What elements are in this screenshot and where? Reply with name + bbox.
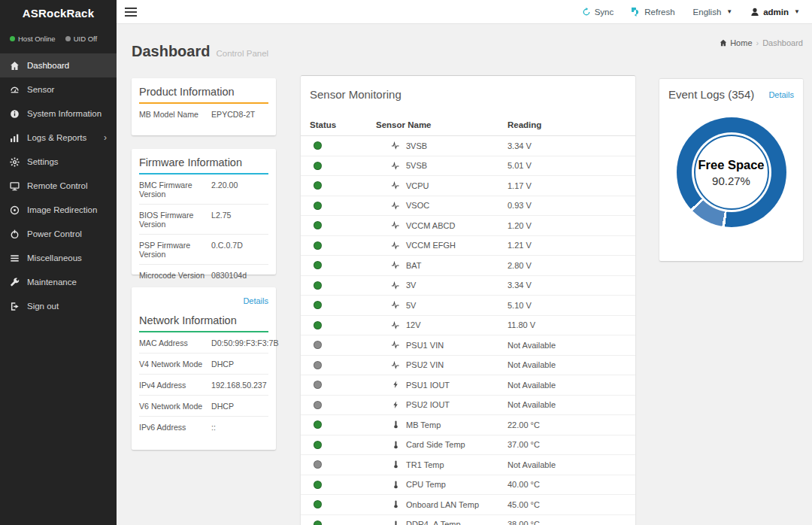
breadcrumb: Home › Dashboard	[720, 38, 803, 47]
voltage-icon	[391, 202, 400, 210]
sidebar-item-logs-reports[interactable]: Logs & Reports ›	[0, 126, 117, 150]
sensor-row-mb-temp[interactable]: MB Temp 22.00 °C	[301, 415, 635, 435]
sensor-row-card-side-temp[interactable]: Card Side Temp 37.00 °C	[301, 435, 635, 456]
page-subtitle: Control Panel	[216, 49, 268, 58]
info-row-ipv4-address: IPv4 Address 192.168.50.237	[139, 375, 268, 396]
sensor-row-psu1-vin[interactable]: PSU1 VIN Not Available	[301, 335, 635, 356]
sidebar-item-remote-control[interactable]: Remote Control	[0, 174, 117, 198]
status-dot-icon	[314, 181, 322, 190]
sign-out-icon	[9, 302, 20, 311]
product-information-card: Product Information MB Model Name EPYCD8…	[132, 78, 276, 135]
sidebar-item-settings[interactable]: Settings	[0, 150, 117, 174]
sensor-row-cpu-temp[interactable]: CPU Temp 40.00 °C	[301, 475, 635, 496]
voltage-icon	[391, 281, 400, 290]
event-logs-card: Event Logs (354) Details Free Space 90.2…	[659, 78, 803, 261]
donut-center: Free Space 90.27%	[692, 132, 771, 212]
sensor-monitoring-card: Sensor Monitoring Status Sensor Name Rea…	[301, 75, 635, 525]
voltage-icon	[391, 221, 400, 229]
sensor-row-ddr4-a-temp[interactable]: DDR4_A Temp 38.00 °C	[301, 515, 635, 525]
network-details-link[interactable]: Details	[243, 296, 268, 305]
status-dot-icon	[314, 141, 322, 150]
sidebar-item-dashboard[interactable]: Dashboard	[0, 53, 117, 77]
sensor-row-onboard-lan-temp[interactable]: Onboard LAN Temp 45.00 °C	[301, 495, 635, 515]
sidebar-item-maintenance[interactable]: Maintenance	[0, 270, 117, 294]
sensor-row-vccm-abcd[interactable]: VCCM ABCD 1.20 V	[301, 216, 635, 236]
firmware-information-title: Firmware Information	[139, 156, 268, 174]
breadcrumb-home-link[interactable]: Home	[720, 38, 752, 47]
info-row-microcode-version: Microcode Version 0830104d	[139, 265, 268, 285]
status-dot-icon	[314, 460, 322, 469]
sensor-row-vsoc[interactable]: VSOC 0.93 V	[301, 196, 635, 217]
current-icon	[391, 401, 400, 409]
network-information-title: Network Information	[139, 314, 268, 332]
event-logs-title: Event Logs (354)	[668, 88, 754, 101]
voltage-icon	[391, 181, 400, 190]
chevron-right-icon: ›	[104, 133, 107, 142]
event-logs-details-link[interactable]: Details	[768, 90, 794, 99]
status-dot-icon	[314, 420, 322, 429]
breadcrumb-current: Dashboard	[762, 38, 803, 47]
status-dot-icon	[314, 241, 322, 250]
info-row-v4-network-mode: V4 Network Mode DHCP	[139, 354, 268, 375]
status-dot-icon	[314, 281, 322, 290]
temperature-icon	[391, 460, 400, 469]
temperature-icon	[391, 420, 400, 429]
status-dot-icon	[10, 36, 15, 41]
info-row-v6-network-mode: V6 Network Mode DHCP	[139, 396, 268, 417]
sensor-row-vccm-efgh[interactable]: VCCM EFGH 1.21 V	[301, 236, 635, 256]
refresh-button[interactable]: Refresh	[632, 8, 674, 17]
sensor-row-psu1-iout[interactable]: PSU1 IOUT Not Available	[301, 375, 635, 396]
info-row-bios-firmware-version: BIOS Firmware Version L2.75	[139, 205, 268, 235]
chevron-down-icon: ▼	[794, 8, 800, 15]
event-log-donut-chart: Free Space 90.27%	[677, 117, 786, 227]
column-reading: Reading	[508, 120, 626, 129]
gauge-icon	[9, 85, 20, 95]
sidebar-item-miscellaneous[interactable]: Miscellaneous	[0, 246, 117, 270]
voltage-icon	[391, 162, 400, 170]
sensor-row-psu2-iout[interactable]: PSU2 IOUT Not Available	[301, 396, 635, 416]
status-dot-icon	[314, 202, 322, 210]
status-dot-icon	[314, 381, 322, 389]
language-dropdown[interactable]: English ▼	[693, 8, 733, 17]
sensor-row-5v[interactable]: 5V 5.10 V	[301, 296, 635, 316]
sensor-row-vcpu[interactable]: VCPU 1.17 V	[301, 176, 635, 196]
status-dot-icon	[314, 520, 322, 525]
sensor-row-5vsb[interactable]: 5VSB 5.01 V	[301, 156, 635, 177]
user-menu[interactable]: admin ▼	[750, 8, 800, 17]
power-icon	[9, 229, 20, 239]
donut-center-value: 90.27%	[712, 174, 750, 187]
sidebar: ASRockRack Host Online UID Off Dashboard…	[0, 0, 117, 525]
status-dot-icon	[314, 341, 322, 349]
sync-icon	[582, 8, 591, 17]
sensor-row-psu2-vin[interactable]: PSU2 VIN Not Available	[301, 356, 635, 376]
hamburger-menu-icon[interactable]	[124, 7, 138, 17]
temperature-icon	[391, 500, 400, 508]
breadcrumb-separator: ›	[756, 38, 759, 47]
status-dot-icon	[314, 500, 322, 508]
donut-center-label: Free Space	[698, 158, 764, 172]
disc-icon	[9, 205, 20, 215]
network-information-card: Details Network Information MAC Address …	[132, 287, 276, 450]
sidebar-item-image-redirection[interactable]: Image Redirection	[0, 198, 117, 222]
firmware-information-card: Firmware Information BMC Firmware Versio…	[132, 149, 276, 275]
sync-button[interactable]: Sync	[582, 8, 614, 17]
sensor-row-tr1-temp[interactable]: TR1 Temp Not Available	[301, 455, 635, 475]
current-icon	[391, 381, 400, 389]
sensor-row-3vsb[interactable]: 3VSB 3.34 V	[301, 136, 635, 156]
voltage-icon	[391, 301, 400, 309]
status-dot-icon	[314, 401, 322, 409]
sensor-row-bat[interactable]: BAT 2.80 V	[301, 256, 635, 276]
info-icon	[9, 109, 20, 119]
sensor-row-3v[interactable]: 3V 3.34 V	[301, 276, 635, 296]
info-row-psp-firmware-version: PSP Firmware Version 0.C.0.7D	[139, 235, 268, 265]
sensor-row-12v[interactable]: 12V 11.80 V	[301, 316, 635, 336]
column-status: Status	[310, 120, 376, 129]
status-dot-icon	[314, 162, 322, 170]
refresh-icon	[632, 8, 641, 17]
sidebar-item-power-control[interactable]: Power Control	[0, 222, 117, 246]
sidebar-item-system-information[interactable]: System Information	[0, 102, 117, 126]
sidebar-item-sensor[interactable]: Sensor	[0, 77, 117, 102]
status-dot-icon	[65, 36, 71, 41]
info-row-mac-address: MAC Address D0:50:99:F3:F3:7B	[139, 332, 268, 354]
sidebar-item-sign-out[interactable]: Sign out	[0, 294, 117, 318]
